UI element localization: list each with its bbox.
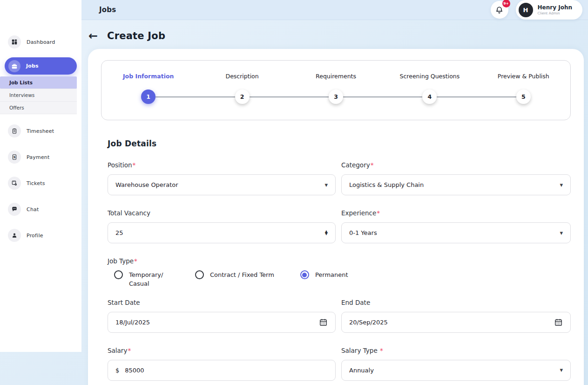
sidebar-item-label: Chat [27,206,39,213]
sidebar: Dashboard Jobs Job Lists Interviews Offe… [0,0,81,352]
job-details-form: Position* Warehouse Operator ▼ Category*… [101,161,571,385]
chat-icon [8,203,21,216]
number-stepper-icon[interactable]: ▲▼ [325,231,328,235]
payment-icon: $ [8,151,21,164]
step-circle-1: 1 [141,89,155,104]
svg-text:$: $ [14,155,16,159]
create-job-card: Job Information 1 Description 2 Requirem… [88,49,584,385]
main-area: Jobs 9+ H Henry John Client Admin ← Crea… [81,0,588,385]
page-title: Create Job [107,30,165,41]
radio-icon [114,270,123,279]
currency-symbol: $ [115,367,119,374]
radio-icon [195,270,204,279]
sidebar-item-tickets[interactable]: Tickets [0,174,81,192]
chevron-down-icon: ▼ [324,183,328,187]
spacer [341,257,571,299]
notification-badge: 9+ [502,0,510,7]
position-field: Position* Warehouse Operator ▼ [108,161,336,195]
sidebar-subitem-interviews[interactable]: Interviews [0,89,77,102]
timesheet-icon [8,124,21,138]
job-type-label: Job Type* [108,257,336,265]
sidebar-item-label: Profile [27,233,43,239]
total-vacancy-label: Total Vacancy [108,209,336,217]
sidebar-item-jobs[interactable]: Jobs [5,57,77,75]
notification-button[interactable]: 9+ [491,1,508,19]
page-head: ← Create Job [81,20,588,49]
sidebar-item-payment[interactable]: $ Payment [0,148,81,166]
job-type-field: Job Type* Temporary/ Casual Contract / F… [108,257,336,289]
dashboard-icon [8,35,21,48]
sidebar-item-label: Jobs [26,63,39,69]
section-title: Job Details [108,139,571,148]
step-description[interactable]: Description 2 [195,73,289,104]
user-role: Client Admin [538,11,572,15]
total-vacancy-field: Total Vacancy 25 ▲▼ [108,209,336,243]
end-date-input[interactable]: 20/Sep/2025 [341,312,571,333]
jobs-submenu: Job Lists Interviews Offers [0,76,77,114]
job-type-option-contract-fixed-term[interactable]: Contract / Fixed Term [195,270,274,289]
step-circle-3: 3 [329,89,343,104]
salary-input[interactable]: $ 85000 [108,360,336,381]
tickets-icon [8,177,21,190]
sidebar-item-dashboard[interactable]: Dashboard [0,33,81,51]
start-date-field: Start Date 18/Jul/2025 [108,299,336,333]
topbar: Jobs 9+ H Henry John Client Admin [81,0,588,20]
step-preview-publish[interactable]: Preview & Publish 5 [477,73,570,104]
stepper: Job Information 1 Description 2 Requirem… [101,60,571,120]
step-job-information[interactable]: Job Information 1 [101,73,195,104]
calendar-icon[interactable] [319,318,328,327]
topbar-right: 9+ H Henry John Client Admin [491,0,582,20]
back-button[interactable]: ← [88,30,98,41]
end-date-field: End Date 20/Sep/2025 [341,299,571,333]
chevron-down-icon: ▼ [560,231,563,235]
step-requirements[interactable]: Requirements 3 [289,73,383,104]
step-circle-5: 5 [516,89,531,104]
profile-icon [8,229,21,242]
sidebar-item-label: Dashboard [27,39,55,45]
bell-icon [495,6,504,14]
user-menu[interactable]: H Henry John Client Admin [516,0,582,20]
sidebar-subitem-job-lists[interactable]: Job Lists [0,76,77,89]
experience-select[interactable]: 0-1 Years ▼ [341,222,571,243]
avatar: H [519,3,533,17]
step-circle-2: 2 [235,89,250,104]
start-date-input[interactable]: 18/Jul/2025 [108,312,336,333]
briefcase-icon [8,60,20,72]
sidebar-item-label: Timesheet [27,128,54,134]
sidebar-item-chat[interactable]: Chat [0,200,81,219]
salary-type-select[interactable]: Annualy ▼ [341,360,571,381]
position-select[interactable]: Warehouse Operator ▼ [108,174,336,195]
calendar-icon[interactable] [554,318,563,327]
salary-label: Salary* [108,347,336,354]
salary-type-label: Salary Type * [341,347,571,354]
job-type-option-temporary-casual[interactable]: Temporary/ Casual [114,270,169,289]
chevron-down-icon: ▼ [560,183,563,187]
position-label: Position* [108,161,336,169]
sidebar-item-timesheet[interactable]: Timesheet [0,122,81,140]
chevron-down-icon: ▼ [560,368,563,372]
sidebar-subitem-offers[interactable]: Offers [0,102,77,114]
radio-icon-checked [300,270,309,279]
step-screening-questions[interactable]: Screening Questions 4 [383,73,476,104]
step-circle-4: 4 [422,89,437,104]
salary-field: Salary* $ 85000 [108,347,336,381]
category-label: Category* [341,161,571,169]
start-date-label: Start Date [108,299,336,306]
experience-field: Experience* 0-1 Years ▼ [341,209,571,243]
sidebar-item-label: Tickets [27,180,45,186]
end-date-label: End Date [341,299,571,306]
category-field: Category* Logistics & Supply Chain ▼ [341,161,571,195]
experience-label: Experience* [341,209,571,217]
topbar-title: Jobs [99,6,116,14]
total-vacancy-input[interactable]: 25 ▲▼ [108,222,336,243]
sidebar-item-label: Payment [27,154,50,160]
sidebar-item-profile[interactable]: Profile [0,226,81,245]
app-root: Dashboard Jobs Job Lists Interviews Offe… [0,0,588,385]
category-select[interactable]: Logistics & Supply Chain ▼ [341,174,571,195]
salary-type-field: Salary Type * Annualy ▼ [341,347,571,381]
user-name: Henry John [538,4,572,11]
